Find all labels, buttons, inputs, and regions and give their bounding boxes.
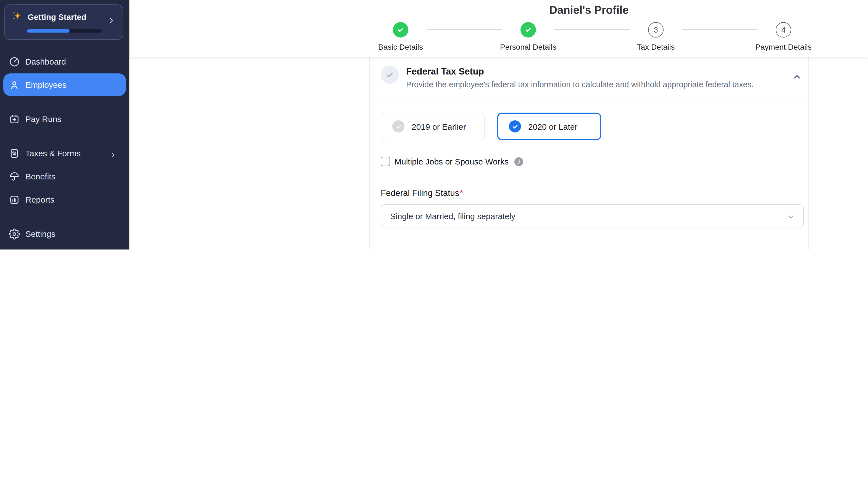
w4-option-2020-or-later[interactable]: 2020 or Later	[497, 113, 601, 140]
person-icon	[9, 79, 20, 90]
sidebar-item-reports[interactable]: Reports	[3, 188, 126, 211]
app-screen: Getting Started Dashboard Employees Pay	[0, 0, 868, 250]
collapse-section-button[interactable]	[791, 71, 803, 84]
check-icon	[385, 70, 394, 80]
section-description: Provide the employee's federal tax infor…	[406, 80, 754, 89]
chevron-up-icon	[792, 72, 802, 82]
sidebar-item-label: Taxes & Forms	[25, 148, 81, 158]
step-connector	[682, 29, 758, 30]
step-basic-details[interactable]: Basic Details	[379, 22, 423, 51]
multiple-jobs-checkbox[interactable]	[381, 157, 390, 166]
step-label: Basic Details	[378, 42, 423, 51]
tax-details-panel: Federal Tax Setup Provide the employee's…	[369, 57, 809, 250]
step-label: Personal Details	[500, 42, 556, 51]
getting-started-card[interactable]: Getting Started	[4, 4, 123, 40]
sidebar-item-dashboard[interactable]: Dashboard	[3, 50, 126, 73]
blue-check-circle-icon	[509, 120, 521, 133]
chevron-down-icon	[787, 212, 795, 223]
section-check-circle	[381, 66, 399, 84]
sidebar-item-label: Dashboard	[25, 57, 66, 66]
page-title: Daniel's Profile	[369, 0, 809, 16]
step-tax-details[interactable]: 3 Tax Details	[634, 22, 678, 51]
chevron-right-icon	[107, 16, 116, 27]
check-icon	[396, 25, 405, 34]
sidebar-item-label: Pay Runs	[25, 114, 61, 124]
sidebar-item-label: Settings	[25, 229, 55, 239]
umbrella-icon	[9, 171, 20, 182]
step-complete-circle	[393, 22, 408, 38]
step-connector	[554, 29, 630, 30]
sidebar-item-taxes-forms[interactable]: Taxes & Forms	[3, 142, 126, 165]
sidebar-item-benefits[interactable]: Benefits	[3, 165, 126, 188]
sidebar-item-label: Employees	[25, 80, 66, 89]
gear-icon	[9, 228, 20, 239]
multiple-jobs-row: Multiple Jobs or Spouse Works i	[381, 157, 804, 166]
getting-started-progress-fill	[27, 29, 70, 33]
nav-group-gap	[0, 211, 129, 222]
nav-group-gap	[0, 97, 129, 107]
profile-header: Daniel's Profile Basic Details Personal	[130, 0, 868, 57]
sidebar-item-label: Reports	[25, 195, 55, 204]
w4-option-label: 2019 or Earlier	[412, 122, 466, 131]
getting-started-progress-track	[27, 29, 102, 33]
section-title: Federal Tax Setup	[406, 66, 754, 77]
filing-status-label: Federal Filing Status	[381, 188, 459, 198]
stepper: Basic Details Personal Details 3	[369, 16, 809, 51]
gray-check-circle-icon	[392, 120, 404, 133]
step-number-circle: 4	[776, 22, 791, 38]
step-complete-circle	[521, 22, 536, 38]
nav-group-gap	[0, 131, 129, 141]
calendar-arrow-icon	[9, 113, 20, 124]
step-payment-details[interactable]: 4 Payment Details	[761, 22, 806, 51]
percent-file-icon	[9, 148, 20, 159]
w4-option-label: 2020 or Later	[528, 122, 578, 131]
sidebar-item-label: Benefits	[25, 172, 55, 181]
check-icon	[524, 25, 533, 34]
federal-tax-section-header: Federal Tax Setup Provide the employee's…	[381, 66, 804, 89]
info-icon[interactable]: i	[515, 157, 523, 166]
w4-year-options: 2019 or Earlier 2020 or Later	[381, 113, 804, 140]
step-personal-details[interactable]: Personal Details	[506, 22, 550, 51]
sidebar-item-settings[interactable]: Settings	[3, 222, 126, 245]
getting-started-label: Getting Started	[28, 13, 86, 22]
filing-status-value: Single or Married, filing separately	[390, 211, 515, 220]
nav-group-gap	[0, 246, 129, 250]
filing-status-select[interactable]: Single or Married, filing separately	[381, 204, 804, 228]
step-label: Payment Details	[755, 42, 812, 51]
step-label: Tax Details	[637, 42, 675, 51]
w4-option-2019-or-earlier[interactable]: 2019 or Earlier	[381, 113, 485, 140]
sparkle-icon	[12, 11, 23, 24]
sidebar-item-pay-runs[interactable]: Pay Runs	[3, 108, 126, 130]
sidebar: Getting Started Dashboard Employees Pay	[0, 0, 130, 250]
sidebar-nav: Dashboard Employees Pay Runs Taxes & For…	[0, 50, 129, 250]
filing-status-field: Federal Filing Status* Single or Married…	[381, 188, 804, 228]
sidebar-item-employees[interactable]: Employees	[3, 73, 126, 96]
step-number: 3	[654, 25, 658, 34]
multiple-jobs-label: Multiple Jobs or Spouse Works	[394, 157, 509, 166]
step-number-circle: 3	[648, 22, 664, 38]
step-number: 4	[781, 25, 786, 34]
required-asterisk: *	[460, 188, 463, 198]
step-connector	[427, 29, 502, 30]
section-divider	[381, 97, 804, 97]
chevron-right-icon	[110, 150, 116, 159]
gauge-icon	[9, 56, 20, 67]
main-area: Daniel's Profile Basic Details Personal	[130, 0, 868, 250]
bar-chart-icon	[9, 194, 20, 205]
